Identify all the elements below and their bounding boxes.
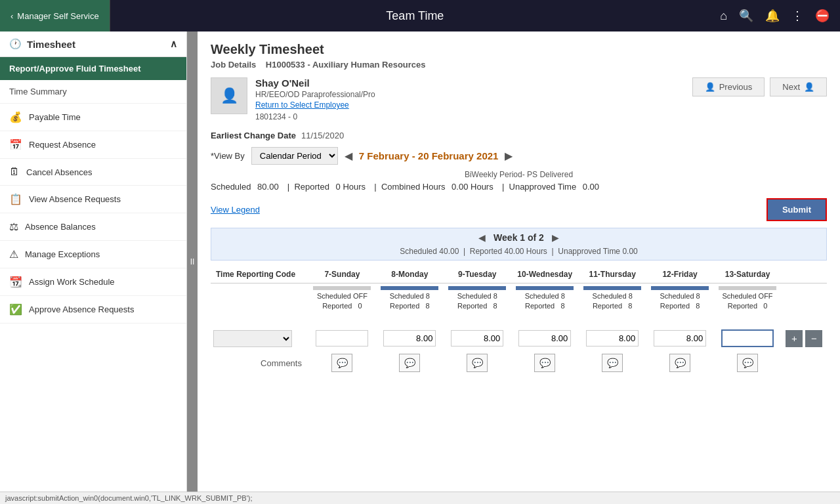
sidebar-title: Timesheet [27, 39, 75, 50]
wednesday-sched-cell: Scheduled 8Reported 8 [511, 284, 579, 327]
sidebar-item-label: Absence Balances [25, 222, 96, 232]
friday-input-cell [646, 327, 714, 350]
sunday-sched-text: Scheduled OFFReported 0 [317, 291, 368, 312]
wednesday-comment-cell: 💬 [511, 350, 579, 376]
sidebar-header: 🕐 Timesheet ∧ [0, 32, 186, 57]
sidebar-item-report-approve[interactable]: Report/Approve Fluid Timesheet [0, 57, 186, 80]
comments-row: Comments 💬 💬 💬 💬 [211, 350, 827, 376]
content-area: Weekly Timesheet Job Details H1000533 - … [198, 32, 840, 492]
monday-input[interactable] [383, 330, 436, 346]
reported-value: 0 Hours [336, 182, 366, 192]
sidebar-item-payable-time[interactable]: 💰 Payable Time [0, 104, 186, 131]
return-to-select-employee-link[interactable]: Return to Select Employee [255, 100, 375, 110]
more-icon[interactable]: ⋮ [791, 9, 803, 23]
next-button[interactable]: Next 👤 [770, 77, 827, 96]
timesheet-table: Time Reporting Code 7-Sunday 8-Monday 9-… [211, 266, 827, 376]
week-label: Week 1 of 2 [494, 232, 544, 243]
saturday-input[interactable] [721, 329, 774, 347]
sunday-input[interactable] [316, 330, 368, 346]
sidebar-item-absence-balances[interactable]: ⚖ Absence Balances [0, 213, 186, 241]
actions-spacer [782, 284, 827, 327]
sidebar-item-label: Manage Exceptions [25, 249, 100, 259]
submit-button[interactable]: Submit [766, 198, 827, 221]
sidebar-item-request-absence[interactable]: 📅 Request Absence [0, 131, 186, 159]
collapse-icon[interactable]: ∧ [170, 38, 177, 50]
friday-comment-button[interactable]: 💬 [669, 354, 690, 372]
job-details-label: Job Details [211, 60, 256, 70]
add-remove-cell: + − [782, 327, 827, 350]
view-by-label: *View By [211, 151, 245, 161]
timesheet-grid: Time Reporting Code 7-Sunday 8-Monday 9-… [211, 266, 827, 376]
next-icon: 👤 [804, 82, 814, 92]
saturday-sched-cell: Scheduled OFFReported 0 [714, 284, 782, 327]
friday-input[interactable] [654, 330, 706, 346]
prev-next-buttons: 👤 Previous Next 👤 [692, 77, 827, 96]
sidebar: 🕐 Timesheet ∧ Report/Approve Fluid Times… [0, 32, 187, 492]
sidebar-item-label: Request Absence [29, 140, 96, 150]
saturday-comment-button[interactable]: 💬 [737, 354, 758, 372]
trc-select[interactable] [213, 330, 292, 347]
sidebar-item-cancel-absences[interactable]: 🗓 Cancel Absences [0, 159, 186, 186]
back-button[interactable]: ‹ Manager Self Service [0, 0, 110, 32]
monday-comment-button[interactable]: 💬 [399, 354, 420, 372]
request-absence-icon: 📅 [9, 138, 22, 151]
sidebar-item-label: Cancel Absences [26, 167, 92, 177]
sidebar-item-manage-exceptions[interactable]: ⚠ Manage Exceptions [0, 241, 186, 268]
tuesday-input[interactable] [451, 330, 503, 346]
thursday-sched-text: Scheduled 8Reported 8 [593, 291, 633, 312]
previous-button[interactable]: 👤 Previous [692, 77, 765, 96]
wednesday-header: 10-Wednesday [511, 266, 579, 284]
week-reported-hours: 40.00 Hours [505, 247, 547, 256]
wednesday-comment-button[interactable]: 💬 [534, 354, 555, 372]
week-unapproved-label: Unapproved Time [558, 247, 620, 256]
sunday-sched-cell: Scheduled OFFReported 0 [308, 284, 376, 327]
sunday-comment-button[interactable]: 💬 [331, 354, 352, 372]
saturday-sched-text: Scheduled OFFReported 0 [723, 291, 773, 312]
period-next-button[interactable]: ▶ [505, 150, 513, 162]
saturday-sched-block: Scheduled OFFReported 0 [715, 286, 780, 324]
period-prev-button[interactable]: ◀ [345, 150, 352, 162]
thursday-sched-cell: Scheduled 8Reported 8 [579, 284, 646, 327]
back-label: Manager Self Service [17, 11, 98, 21]
bell-icon[interactable]: 🔔 [765, 9, 780, 23]
sidebar-item-time-summary[interactable]: Time Summary [0, 80, 186, 104]
thursday-sched-block: Scheduled 8Reported 8 [580, 286, 645, 324]
thursday-comment-button[interactable]: 💬 [602, 354, 623, 372]
legend-submit-row: View Legend Submit [211, 198, 827, 221]
week-next-button[interactable]: ▶ [552, 232, 559, 243]
sidebar-item-label: Assign Work Schedule [29, 277, 115, 287]
wednesday-input[interactable] [518, 330, 571, 346]
time-reporting-code-header: Time Reporting Code [211, 266, 308, 284]
add-row-button[interactable]: + [786, 330, 803, 347]
search-icon[interactable]: 🔍 [739, 9, 753, 23]
tuesday-comment-cell: 💬 [444, 350, 511, 376]
payable-time-icon: 💰 [9, 111, 22, 123]
week-prev-button[interactable]: ◀ [478, 232, 486, 243]
sidebar-item-label: Approve Absence Requests [29, 304, 134, 314]
sidebar-item-approve-absence-requests[interactable]: ✅ Approve Absence Requests [0, 296, 186, 324]
employee-details: Shay O'Neil HR/EEO/OD Paraprofessional/P… [255, 77, 375, 121]
friday-header: 12-Friday [646, 266, 714, 284]
view-by-select[interactable]: Calendar Period Week [251, 147, 338, 165]
view-legend-link[interactable]: View Legend [211, 205, 260, 215]
job-details: Job Details H1000533 - Auxiliary Human R… [211, 60, 827, 70]
remove-row-button[interactable]: − [805, 330, 822, 347]
tuesday-input-cell [444, 327, 511, 350]
sidebar-toggle[interactable]: II [187, 32, 198, 492]
unapproved-label: Unapproved Time [509, 182, 577, 192]
toggle-icon: II [190, 257, 195, 266]
wednesday-sched-block: Scheduled 8Reported 8 [513, 286, 578, 324]
thursday-input[interactable] [586, 330, 639, 346]
saturday-bar [719, 286, 776, 290]
tuesday-comment-button[interactable]: 💬 [467, 354, 488, 372]
ban-icon[interactable]: ⛔ [815, 9, 830, 23]
home-icon[interactable]: ⌂ [720, 9, 727, 23]
sidebar-item-view-absence-requests[interactable]: 📋 View Absence Requests [0, 186, 186, 213]
absence-balances-icon: ⚖ [9, 220, 18, 233]
friday-bar [651, 286, 709, 290]
sidebar-item-assign-work-schedule[interactable]: 📆 Assign Work Schedule [0, 268, 186, 296]
approve-absence-icon: ✅ [9, 303, 22, 316]
app-title: Team Time [110, 9, 721, 23]
employee-info: 👤 Shay O'Neil HR/EEO/OD Paraprofessional… [211, 77, 375, 121]
monday-sched-cell: Scheduled 8Reported 8 [376, 284, 444, 327]
